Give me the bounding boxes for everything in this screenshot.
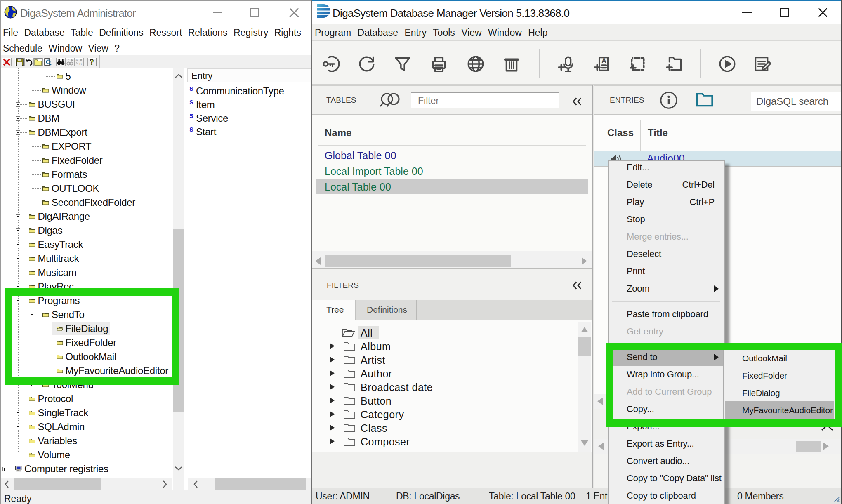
svg-text:A: A [75,58,78,62]
svg-text:?: ? [90,58,94,66]
svg-text:B: B [79,62,82,66]
svg-text:A: A [601,57,606,65]
